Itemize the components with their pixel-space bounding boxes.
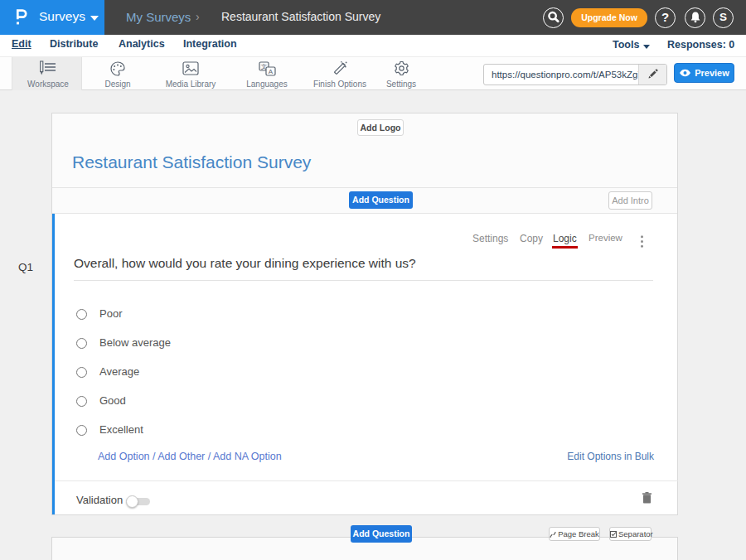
svg-text:A: A [268, 68, 273, 75]
